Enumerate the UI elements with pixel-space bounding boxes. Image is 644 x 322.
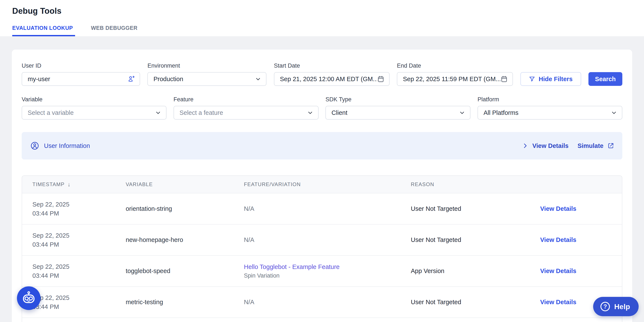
platform-value: All Platforms: [484, 109, 518, 116]
end-date-value: Sep 22, 2025 11:59 PM EDT (GM...: [403, 76, 500, 83]
hide-filters-button[interactable]: Hide Filters: [520, 72, 581, 86]
column-header-timestamp[interactable]: TIMESTAMP ↓: [22, 181, 116, 188]
user-id-field[interactable]: [22, 72, 140, 86]
search-button[interactable]: Search: [588, 72, 622, 86]
reason-cell: User Not Targeted: [400, 205, 530, 212]
app-header: Debug Tools EVALUATION LOOKUP WEB DEBUGG…: [0, 0, 644, 36]
start-date-value: Sep 21, 2025 12:00 AM EDT (GM...: [280, 76, 377, 83]
evaluations-table: TIMESTAMP ↓ VARIABLE FEATURE/VARIATION R…: [22, 175, 622, 322]
table-row: Sep 22, 2025 03:44 PM togglebot-speed He…: [22, 255, 622, 286]
help-button[interactable]: ? Help: [593, 297, 639, 316]
reason-cell: User Not Targeted: [400, 236, 530, 243]
row-view-details-link[interactable]: View Details: [540, 236, 576, 243]
funnel-icon: [529, 76, 535, 82]
variable-cell: new-homepage-hero: [116, 236, 234, 243]
filter-row-1: User ID Environment P: [22, 63, 622, 86]
chevron-down-icon: [307, 110, 314, 116]
row-view-details-link[interactable]: View Details: [540, 205, 576, 212]
variable-cell: togglebot-speed: [116, 267, 234, 274]
feature-cell: N/A: [234, 205, 400, 212]
column-header-feature-variation[interactable]: FEATURE/VARIATION: [234, 181, 400, 187]
variable-select[interactable]: Select a variable: [22, 106, 166, 120]
row-view-details-link[interactable]: View Details: [540, 267, 576, 274]
chevron-right-icon: [522, 143, 528, 149]
user-information-title: User Information: [44, 142, 90, 149]
simulate-link[interactable]: Simulate: [578, 142, 614, 149]
feature-cell: N/A: [234, 236, 400, 243]
column-header-variable[interactable]: VARIABLE: [116, 181, 234, 187]
banner-view-details-link[interactable]: View Details: [522, 142, 568, 149]
variation-label: Spin Variation: [244, 271, 400, 280]
timestamp-cell: Sep 22, 2025 03:44 PM: [22, 200, 116, 218]
user-circle-icon: [30, 141, 39, 150]
table-row: Sep 22, 2025 03:44 PM new-homepage-hero …: [22, 224, 622, 255]
external-link-icon: [607, 142, 614, 149]
user-id-label: User ID: [22, 63, 140, 69]
person-add-icon[interactable]: [127, 75, 135, 83]
feature-cell: Hello Togglebot - Example Feature Spin V…: [234, 262, 400, 280]
table-row: Sep 22, 2025 03:44 PM orientation-string…: [22, 193, 622, 224]
start-date-field[interactable]: Sep 21, 2025 12:00 AM EDT (GM...: [274, 72, 390, 86]
feature-cell: N/A: [234, 298, 400, 306]
tab-web-debugger[interactable]: WEB DEBUGGER: [91, 25, 140, 36]
user-id-input[interactable]: [28, 76, 127, 83]
search-button-label: Search: [595, 76, 616, 83]
environment-value: Production: [154, 76, 183, 83]
environment-select[interactable]: Production: [148, 72, 266, 86]
variable-placeholder: Select a variable: [28, 109, 74, 116]
hide-filters-label: Hide Filters: [539, 76, 572, 83]
calendar-icon[interactable]: [500, 75, 508, 83]
start-date-label: Start Date: [274, 63, 390, 69]
user-information-banner: User Information View Details Simulate: [22, 132, 622, 159]
timestamp-cell: Sep 22, 2025 03:44 PM: [22, 231, 116, 249]
column-header-reason[interactable]: REASON: [400, 181, 530, 187]
reason-cell: App Version: [400, 267, 530, 274]
reason-cell: User Not Targeted: [400, 298, 530, 306]
sort-desc-icon[interactable]: ↓: [68, 181, 70, 188]
feature-select[interactable]: Select a feature: [174, 106, 318, 120]
chevron-down-icon: [155, 110, 161, 116]
question-circle-icon: ?: [600, 302, 610, 311]
chevron-down-icon: [255, 76, 261, 82]
chevron-down-icon: [611, 110, 617, 116]
chevron-down-icon: [459, 110, 465, 116]
main-content: User ID Environment P: [0, 36, 644, 322]
variable-label: Variable: [22, 96, 166, 103]
feature-link[interactable]: Hello Togglebot - Example Feature: [244, 262, 400, 271]
evaluation-lookup-panel: User ID Environment P: [12, 50, 632, 322]
tab-evaluation-lookup[interactable]: EVALUATION LOOKUP: [12, 25, 75, 36]
tab-bar: EVALUATION LOOKUP WEB DEBUGGER: [12, 25, 140, 36]
help-button-label: Help: [614, 302, 630, 311]
togglebot-assistant-button[interactable]: [17, 286, 40, 310]
end-date-field[interactable]: Sep 22, 2025 11:59 PM EDT (GM...: [397, 72, 513, 86]
table-row-partial: [22, 317, 622, 322]
environment-label: Environment: [148, 63, 266, 69]
sdk-type-select[interactable]: Client: [326, 106, 470, 120]
platform-label: Platform: [478, 96, 622, 103]
feature-label: Feature: [174, 96, 318, 103]
platform-select[interactable]: All Platforms: [478, 106, 622, 120]
sdk-type-value: Client: [332, 109, 347, 116]
sdk-type-label: SDK Type: [326, 96, 470, 103]
calendar-icon[interactable]: [377, 75, 384, 83]
variable-cell: metric-testing: [116, 298, 234, 306]
page-title: Debug Tools: [12, 7, 61, 16]
variable-cell: orientation-string: [116, 205, 234, 212]
timestamp-cell: Sep 22, 2025 03:44 PM: [22, 262, 116, 280]
filter-row-2: Variable Select a variable Feature Selec…: [22, 96, 622, 120]
robot-icon: [21, 291, 36, 306]
table-row: Sep 22, 2025 03:44 PM metric-testing N/A…: [22, 286, 622, 317]
feature-placeholder: Select a feature: [180, 109, 223, 116]
end-date-label: End Date: [397, 63, 513, 69]
table-header-row: TIMESTAMP ↓ VARIABLE FEATURE/VARIATION R…: [22, 176, 622, 193]
row-view-details-link[interactable]: View Details: [540, 298, 576, 305]
